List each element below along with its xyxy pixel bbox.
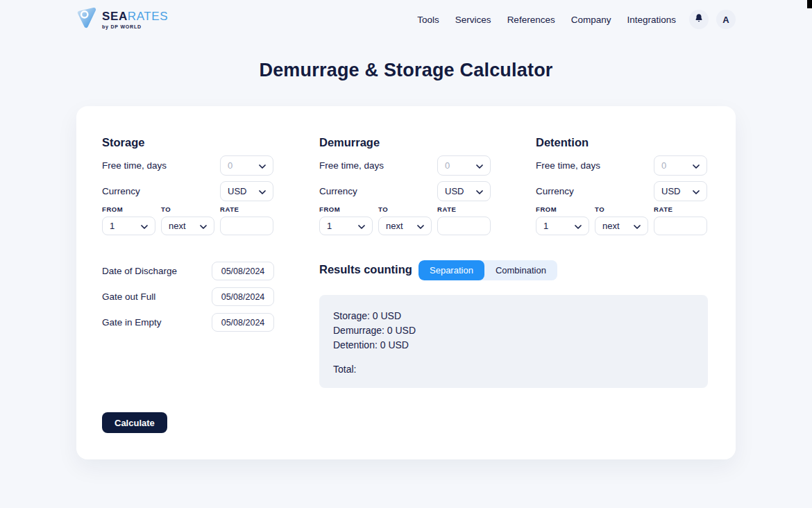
rate-label: RATE	[437, 205, 457, 213]
detention-rate-input[interactable]	[654, 217, 707, 235]
chevron-down-icon	[476, 160, 483, 171]
to-label: TO	[595, 205, 604, 213]
chevron-down-icon	[358, 221, 365, 231]
calculator-card: Storage Free time, days 0 Currency USD F…	[76, 106, 736, 459]
demurrage-to-select[interactable]: next	[378, 217, 432, 235]
select-value: next	[602, 221, 620, 231]
free-time-label: Free time, days	[102, 160, 167, 171]
gate-out-full-input[interactable]	[212, 287, 274, 306]
select-value: USD	[661, 186, 680, 196]
header-icons: A	[689, 10, 736, 29]
chevron-down-icon	[200, 221, 207, 231]
chevron-down-icon	[693, 186, 700, 196]
to-label: TO	[161, 205, 171, 213]
date-of-discharge-input[interactable]	[212, 262, 274, 280]
logo-tagline: by DP WORLD	[102, 24, 168, 29]
results-total-label: Total:	[333, 362, 694, 377]
free-time-row: Free time, days 0	[102, 155, 274, 176]
logo-brand-rates: RATES	[128, 10, 168, 23]
gate-in-empty-input[interactable]	[212, 313, 274, 332]
results-counting-heading: Results counting	[319, 263, 412, 276]
searates-logo-icon	[76, 7, 97, 32]
currency-row: Currency USD	[536, 181, 708, 201]
main-nav: Tools Services References Company Integr…	[417, 10, 736, 29]
date-row-gate-in: Gate in Empty	[102, 313, 274, 332]
demurrage-rate-input[interactable]	[437, 217, 491, 235]
chevron-down-icon	[575, 221, 582, 231]
results-demurrage-line: Demurrage: 0 USD	[333, 323, 694, 338]
section-title: Storage	[102, 136, 274, 149]
section-demurrage: Demurrage Free time, days 0 Currency USD…	[319, 136, 491, 149]
toggle-combination[interactable]: Combination	[484, 260, 557, 280]
currency-row: Currency USD	[319, 181, 491, 201]
header: SEARATES by DP WORLD Tools Services Refe…	[76, 6, 736, 33]
section-detention: Detention Free time, days 0 Currency USD…	[536, 136, 708, 149]
nav-item-services[interactable]: Services	[455, 15, 491, 25]
calculate-button[interactable]: Calculate	[102, 412, 167, 433]
date-row-gate-out: Gate out Full	[102, 287, 274, 306]
results-detention-line: Detention: 0 USD	[333, 338, 694, 353]
detention-from-select[interactable]: 1	[536, 217, 589, 235]
select-value: USD	[445, 186, 464, 196]
select-value: 1	[110, 221, 115, 231]
logo-text: SEARATES by DP WORLD	[102, 10, 168, 29]
select-value: next	[169, 221, 186, 231]
logo-brand-sea: SEA	[102, 10, 128, 23]
to-label: TO	[378, 205, 388, 213]
select-value: next	[386, 221, 403, 231]
currency-label: Currency	[319, 186, 357, 196]
nav-item-company[interactable]: Company	[571, 15, 611, 25]
rate-label: RATE	[220, 205, 239, 213]
results-mode-toggle: Separation Combination	[418, 260, 557, 280]
free-time-row: Free time, days 0	[319, 155, 491, 176]
section-title: Demurrage	[319, 136, 491, 149]
storage-rate-input[interactable]	[220, 217, 273, 235]
chevron-down-icon	[141, 221, 148, 231]
demurrage-free-time-select[interactable]: 0	[437, 155, 491, 176]
user-avatar[interactable]: A	[716, 10, 736, 29]
page-title: Demurrage & Storage Calculator	[0, 60, 812, 81]
from-label: FROM	[102, 205, 123, 213]
nav-item-tools[interactable]: Tools	[417, 15, 439, 25]
date-row-discharge: Date of Discharge	[102, 262, 274, 280]
searates-logo[interactable]: SEARATES by DP WORLD	[76, 7, 168, 32]
chevron-down-icon	[259, 160, 266, 171]
select-value: 1	[543, 221, 548, 231]
chevron-down-icon	[693, 160, 700, 171]
select-value: 0	[661, 160, 666, 171]
toggle-separation[interactable]: Separation	[418, 260, 484, 280]
searates-calculator-page: { "header": { "logo": { "brand_sea": "SE…	[0, 0, 812, 508]
currency-label: Currency	[536, 186, 574, 196]
free-time-label: Free time, days	[319, 160, 384, 171]
results-storage-line: Storage: 0 USD	[333, 309, 694, 323]
date-of-discharge-label: Date of Discharge	[102, 266, 177, 276]
select-value: USD	[228, 186, 246, 196]
select-value: 0	[445, 160, 450, 171]
from-label: FROM	[536, 205, 557, 213]
currency-row: Currency USD	[102, 181, 274, 201]
select-value: 0	[228, 160, 232, 171]
from-label: FROM	[319, 205, 340, 213]
demurrage-currency-select[interactable]: USD	[437, 181, 491, 201]
chevron-down-icon	[417, 221, 424, 231]
demurrage-from-select[interactable]: 1	[319, 217, 373, 235]
storage-free-time-select[interactable]: 0	[220, 155, 273, 176]
storage-to-select[interactable]: next	[161, 217, 214, 235]
storage-currency-select[interactable]: USD	[220, 181, 273, 201]
detention-currency-select[interactable]: USD	[654, 181, 707, 201]
bell-icon	[694, 13, 704, 26]
notifications-button[interactable]	[689, 10, 709, 29]
select-value: 1	[327, 221, 332, 231]
storage-from-select[interactable]: 1	[102, 217, 155, 235]
nav-item-references[interactable]: References	[507, 15, 555, 25]
section-storage: Storage Free time, days 0 Currency USD F…	[102, 136, 274, 149]
free-time-row: Free time, days 0	[536, 155, 708, 176]
chevron-down-icon	[259, 186, 266, 196]
chevron-down-icon	[476, 186, 483, 196]
detention-to-select[interactable]: next	[595, 217, 648, 235]
free-time-label: Free time, days	[536, 160, 600, 171]
gate-out-full-label: Gate out Full	[102, 291, 155, 302]
nav-item-integrations[interactable]: Integrations	[627, 15, 676, 25]
section-title: Detention	[536, 136, 708, 149]
detention-free-time-select[interactable]: 0	[654, 155, 707, 176]
